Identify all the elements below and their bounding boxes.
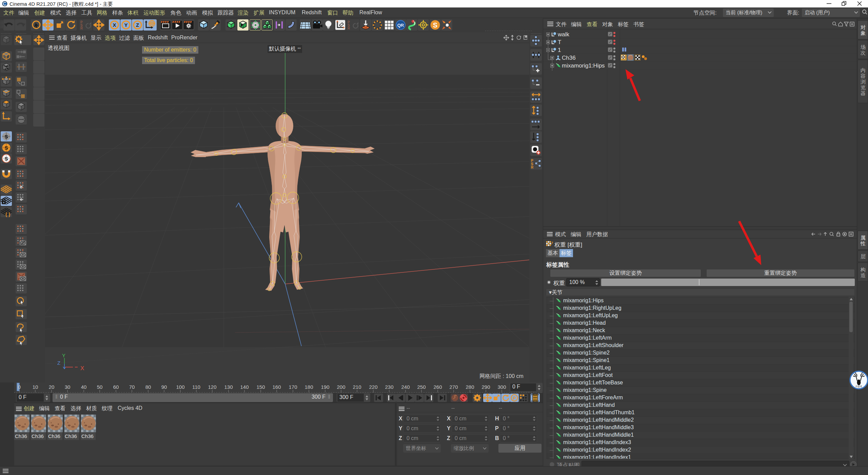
svg-text:10: 10	[33, 384, 38, 390]
svg-text:240: 240	[401, 384, 410, 390]
svg-text:S: S	[4, 145, 8, 151]
svg-text:300: 300	[497, 384, 506, 390]
svg-text:Y: Y	[62, 354, 65, 358]
svg-text:20: 20	[49, 384, 55, 390]
svg-text:40: 40	[81, 384, 87, 390]
svg-text:QR: QR	[397, 23, 404, 28]
svg-text:290: 290	[481, 384, 490, 390]
svg-text:270: 270	[449, 384, 458, 390]
svg-text:170: 170	[289, 384, 297, 390]
svg-text:180: 180	[304, 384, 313, 390]
svg-text:160: 160	[272, 384, 281, 390]
svg-text:110: 110	[192, 384, 200, 390]
svg-text:0: 0	[18, 384, 21, 390]
svg-text:100: 100	[176, 384, 184, 390]
svg-text:120: 120	[208, 384, 216, 390]
svg-text:R: R	[348, 26, 350, 30]
svg-text:70: 70	[129, 384, 135, 390]
svg-text:Z: Z	[136, 22, 139, 28]
svg-text:140: 140	[240, 384, 249, 390]
svg-text:90: 90	[161, 384, 167, 390]
svg-text:230: 230	[385, 384, 393, 390]
svg-text:210: 210	[353, 384, 361, 390]
svg-text:200: 200	[337, 384, 345, 390]
svg-text:S: S	[4, 156, 8, 162]
svg-text:80: 80	[145, 384, 151, 390]
svg-text:P: P	[513, 396, 516, 401]
svg-text:130: 130	[224, 384, 233, 390]
svg-text:X: X	[80, 365, 84, 372]
svg-text:S: S	[4, 134, 8, 139]
svg-text:260: 260	[433, 384, 442, 390]
svg-text:220: 220	[369, 384, 377, 390]
svg-text:( ): ( )	[5, 211, 10, 217]
svg-text:150: 150	[256, 384, 265, 390]
svg-text:R: R	[531, 166, 534, 169]
svg-text:50: 50	[97, 384, 103, 390]
svg-text:250: 250	[417, 384, 426, 390]
svg-text:R: R	[80, 26, 83, 30]
svg-text:S: S	[433, 21, 437, 29]
svg-text:Z: Z	[57, 360, 60, 366]
svg-text:190: 190	[321, 384, 329, 390]
svg-text:280: 280	[466, 384, 474, 390]
svg-text:X: X	[113, 22, 116, 28]
svg-text:30: 30	[65, 384, 71, 390]
svg-text:60: 60	[113, 384, 119, 390]
svg-text:Y: Y	[124, 22, 127, 28]
